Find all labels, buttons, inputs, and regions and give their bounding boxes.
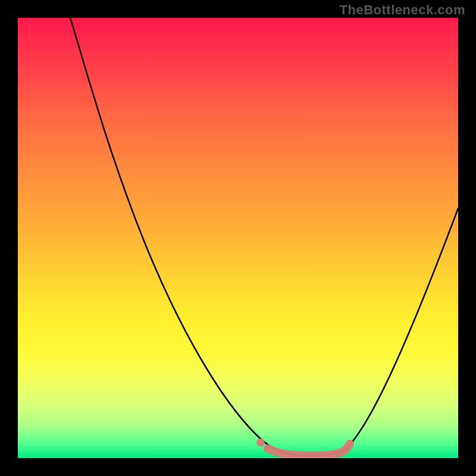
optimal-range-start-dot (256, 439, 265, 447)
bottleneck-curve-path (70, 18, 458, 455)
optimal-range-highlight (268, 444, 350, 456)
figure-frame: TheBottleneck.com (0, 0, 476, 476)
curve-layer (18, 18, 458, 458)
watermark-text: TheBottleneck.com (340, 2, 465, 18)
plot-area (18, 18, 458, 458)
